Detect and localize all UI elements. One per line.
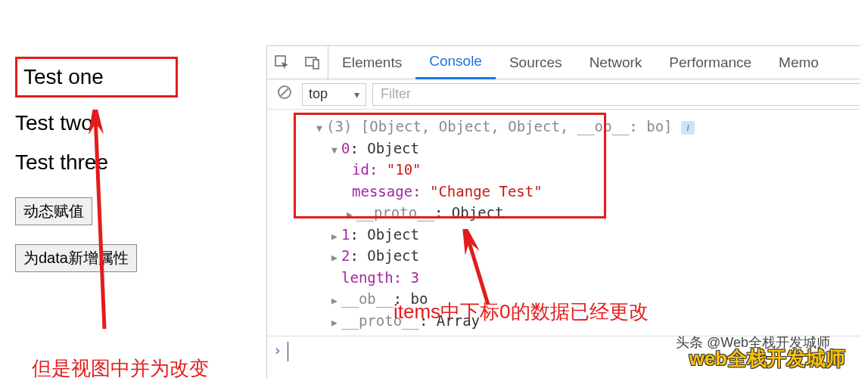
button-group: 动态赋值 为data新增属性 — [15, 197, 242, 291]
device-toggle-icon[interactable] — [297, 46, 328, 79]
prop-value: "Change Test" — [430, 183, 543, 200]
expand-icon[interactable]: ▶ — [328, 293, 341, 308]
info-icon[interactable]: i — [681, 121, 695, 135]
clear-console-icon[interactable] — [273, 85, 296, 104]
highlight-box: Test one — [15, 57, 178, 98]
length-key: length: — [341, 269, 402, 286]
assign-button[interactable]: 动态赋值 — [15, 197, 92, 225]
prop-key: id: — [352, 161, 378, 178]
test-item-3: Test three — [15, 150, 242, 175]
expand-icon[interactable]: ▶ — [328, 315, 341, 330]
tab-network[interactable]: Network — [576, 46, 656, 79]
svg-rect-4 — [313, 60, 319, 69]
arrow-annotation-2 — [458, 229, 503, 312]
expand-icon[interactable]: ▶ — [328, 250, 341, 265]
prop-value: "10" — [387, 161, 422, 178]
expand-icon[interactable]: ▶ — [328, 229, 341, 244]
svg-line-6 — [281, 88, 288, 96]
test-item-2: Test two — [15, 111, 242, 135]
length-value: 3 — [411, 269, 419, 286]
console-prompt-icon: › — [267, 342, 282, 358]
proto-key: __proto__ — [356, 204, 434, 221]
inspect-icon[interactable] — [267, 46, 297, 79]
devtools-panel: Elements Console Sources Network Perform… — [266, 45, 860, 378]
tab-memory[interactable]: Memo — [765, 46, 832, 79]
tab-console[interactable]: Console — [415, 46, 496, 79]
svg-line-8 — [467, 235, 488, 305]
prop-key: message: — [352, 183, 422, 200]
tab-performance[interactable]: Performance — [655, 46, 765, 79]
watermark-big: web全栈开发城师 — [689, 345, 845, 372]
ob-key: __ob__ — [341, 290, 394, 307]
devtools-header: Elements Console Sources Network Perform… — [267, 46, 860, 79]
proto-value: : Object — [434, 204, 504, 221]
console-subbar: top Filter — [267, 79, 860, 110]
page-preview: Test one Test two Test three 动态赋值 为data新… — [15, 57, 242, 291]
devtools-tabs: Elements Console Sources Network Perform… — [328, 46, 832, 79]
collapse-icon[interactable]: ▼ — [328, 143, 341, 158]
expand-icon[interactable]: ▶ — [343, 207, 356, 222]
tab-sources[interactable]: Sources — [496, 46, 576, 79]
svg-line-1 — [95, 116, 104, 329]
bottom-annotation: 但是视图中并为改变 — [32, 355, 209, 378]
collapse-icon[interactable]: ▼ — [313, 121, 326, 136]
context-selector[interactable]: top — [302, 83, 366, 106]
filter-input[interactable]: Filter — [372, 83, 860, 106]
test-item-1: Test one — [23, 65, 162, 89]
array-summary: (3) [Object, Object, Object, __ob__: bo] — [326, 118, 673, 135]
tab-elements[interactable]: Elements — [328, 46, 415, 79]
annotation-text: items中下标0的数据已经更改 — [394, 299, 649, 325]
context-value: top — [309, 86, 328, 102]
console-input[interactable] — [288, 342, 288, 361]
arrow-annotation-1 — [82, 110, 120, 336]
